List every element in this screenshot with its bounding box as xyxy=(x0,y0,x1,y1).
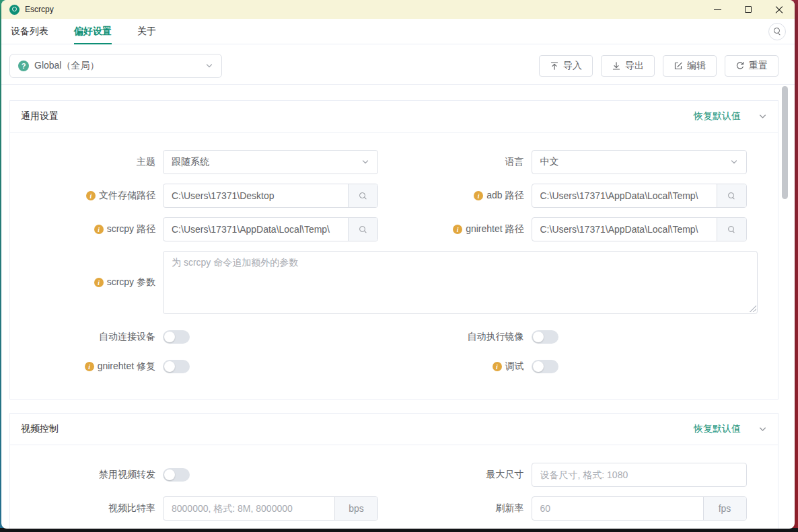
tab-bar: 设备列表 偏好设置 关于 xyxy=(1,19,795,44)
reset-button-label: 重置 xyxy=(749,60,768,72)
auto-mirror-toggle[interactable] xyxy=(532,330,558,344)
reset-button[interactable]: 重置 xyxy=(725,55,778,77)
maximize-button[interactable] xyxy=(733,0,764,19)
info-icon: i xyxy=(86,191,96,200)
title-bar: Escrcpy xyxy=(1,0,795,19)
general-restore-defaults-button[interactable]: 恢复默认值 xyxy=(694,110,741,122)
general-settings-header[interactable]: 通用设置 恢复默认值 xyxy=(10,101,778,132)
chevron-down-icon xyxy=(205,62,213,70)
tab-device-list[interactable]: 设备列表 xyxy=(11,19,48,44)
search-icon xyxy=(773,27,782,36)
video-collapse-arrow-icon[interactable] xyxy=(758,425,767,434)
search-button[interactable] xyxy=(768,23,786,40)
info-icon: i xyxy=(493,362,502,371)
import-button[interactable]: 导入 xyxy=(539,55,593,77)
tab-preferences[interactable]: 偏好设置 xyxy=(74,19,112,44)
debug-label: i调试 xyxy=(390,360,524,373)
fps-unit: fps xyxy=(703,497,746,520)
bitrate-input[interactable] xyxy=(164,497,334,520)
info-icon: i xyxy=(453,225,462,234)
language-select[interactable]: 中文 xyxy=(532,150,747,174)
vertical-scrollbar-thumb[interactable] xyxy=(782,86,788,199)
app-title: Escrcpy xyxy=(25,5,54,14)
adb-path-input[interactable] xyxy=(532,184,717,207)
scope-select-value: Global（全局） xyxy=(34,60,99,72)
gnirehtet-path-input[interactable] xyxy=(532,218,717,241)
info-icon: i xyxy=(474,191,483,200)
max-size-input[interactable] xyxy=(532,463,746,486)
refresh-icon xyxy=(735,61,745,71)
file-path-input-group xyxy=(163,184,378,208)
download-icon xyxy=(612,61,621,71)
info-icon: i xyxy=(94,225,104,234)
tab-about[interactable]: 关于 xyxy=(137,19,156,44)
auto-mirror-label: 自动执行镜像 xyxy=(390,331,524,343)
toggle-knob xyxy=(164,469,175,480)
debug-toggle[interactable] xyxy=(532,360,558,373)
adb-path-input-group xyxy=(532,184,747,208)
tab-device-list-label: 设备列表 xyxy=(11,26,48,38)
scrcpy-args-textarea[interactable] xyxy=(163,251,758,314)
gnirehtet-fix-label: ignirehtet 修复 xyxy=(21,360,155,373)
language-label: 语言 xyxy=(390,156,524,168)
minimize-icon xyxy=(714,9,721,10)
general-settings-body: 主题 跟随系统 语言 中文 xyxy=(10,132,778,399)
info-icon: i xyxy=(85,362,94,371)
gnirehtet-path-browse-button[interactable] xyxy=(717,218,746,241)
gnirehtet-fix-toggle[interactable] xyxy=(163,360,190,373)
resize-handle[interactable] xyxy=(750,305,756,312)
maximize-icon xyxy=(745,6,752,13)
video-control-header[interactable]: 视频控制 恢复默认值 xyxy=(10,414,778,445)
max-size-label: 最大尺寸 xyxy=(390,469,524,481)
file-path-browse-button[interactable] xyxy=(348,184,377,207)
tab-preferences-label: 偏好设置 xyxy=(74,26,112,38)
max-size-input-group xyxy=(532,463,747,487)
theme-select-value: 跟随系统 xyxy=(172,156,209,168)
toggle-knob xyxy=(533,361,544,372)
disable-video-toggle[interactable] xyxy=(163,468,190,482)
edit-button[interactable]: 编辑 xyxy=(663,55,717,77)
scope-select[interactable]: ? Global（全局） xyxy=(9,54,222,78)
video-control-title: 视频控制 xyxy=(21,423,59,435)
edit-button-label: 编辑 xyxy=(687,60,706,72)
scrcpy-path-input[interactable] xyxy=(164,218,348,241)
bitrate-label: 视频比特率 xyxy=(21,502,155,515)
adb-path-browse-button[interactable] xyxy=(717,184,746,207)
bitrate-input-group: bps xyxy=(163,496,378,521)
export-button[interactable]: 导出 xyxy=(601,55,655,77)
chevron-down-icon xyxy=(361,158,369,166)
scrcpy-path-input-group xyxy=(163,217,378,241)
video-restore-defaults-button[interactable]: 恢复默认值 xyxy=(694,423,741,435)
gnirehtet-path-label: ignirehtet 路径 xyxy=(390,223,524,235)
search-icon xyxy=(727,192,736,200)
scrcpy-path-browse-button[interactable] xyxy=(348,218,377,241)
info-icon: i xyxy=(94,278,104,287)
toggle-knob xyxy=(164,361,175,372)
close-icon xyxy=(775,5,783,13)
settings-scroll-area: 通用设置 恢复默认值 主题 跟随系统 语言 xyxy=(1,85,795,529)
question-circle-icon: ? xyxy=(18,61,29,71)
auto-connect-label: 自动连接设备 xyxy=(21,331,155,343)
general-settings-title: 通用设置 xyxy=(21,110,59,122)
window-controls xyxy=(702,0,795,19)
export-button-label: 导出 xyxy=(625,60,644,72)
tab-about-label: 关于 xyxy=(137,26,156,38)
scrcpy-args-field xyxy=(163,251,758,314)
general-collapse-arrow-icon[interactable] xyxy=(758,112,767,121)
auto-connect-toggle[interactable] xyxy=(163,330,190,344)
close-button[interactable] xyxy=(764,0,795,19)
fps-input[interactable] xyxy=(532,497,703,520)
minimize-button[interactable] xyxy=(702,0,733,19)
preferences-toolbar: ? Global（全局） 导入 导出 编辑 重置 xyxy=(1,44,795,85)
app-logo-icon xyxy=(9,5,20,15)
toggle-knob xyxy=(533,332,544,342)
theme-select[interactable]: 跟随系统 xyxy=(163,150,378,174)
theme-label: 主题 xyxy=(21,156,155,168)
file-path-input[interactable] xyxy=(164,184,348,207)
toggle-knob xyxy=(164,332,175,342)
upload-icon xyxy=(550,61,559,71)
disable-video-label: 禁用视频转发 xyxy=(21,469,155,481)
fps-input-group: fps xyxy=(532,496,747,521)
scrcpy-path-label: iscrcpy 路径 xyxy=(21,223,155,235)
adb-path-label: iadb 路径 xyxy=(390,190,524,202)
